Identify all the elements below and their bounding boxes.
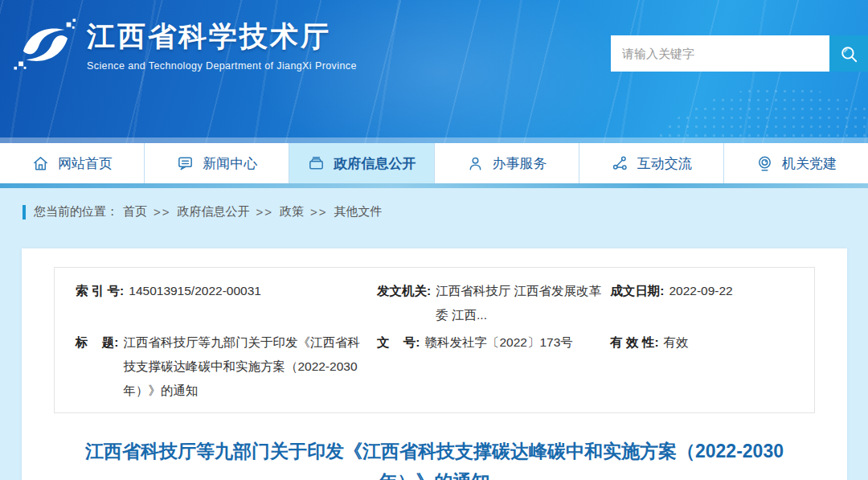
breadcrumb-link-home[interactable]: 首页 [123,204,147,219]
site-title-english: Science and Technology Department of Jia… [87,60,357,72]
nav-item-label: 办事服务 [493,154,547,173]
party-icon [755,154,774,173]
person-icon [466,154,485,173]
doc-field-label: 标 题: [76,330,118,403]
nav-item-party[interactable]: 机关党建 [724,143,868,183]
breadcrumb-prefix: 您当前的位置： [34,204,118,219]
site-header: 江西省科学技术厅 Science and Technology Departme… [0,0,868,143]
nav-item-label: 政府信息公开 [334,154,416,173]
breadcrumb: 您当前的位置： 首页 >> 政府信息公开 >> 政策 >> 其他文件 [23,204,868,219]
doc-field-label: 发文机关: [377,279,431,327]
search-button[interactable] [829,35,868,72]
doc-field-value: 赣科发社字〔2022〕173号 [424,330,572,403]
site-logo-icon [13,14,82,74]
nav-item-label: 网站首页 [58,154,113,173]
content-panel: 索 引 号: 145013915/2022-00031 发文机关: 江西省科技厅… [22,248,847,480]
share-icon [611,154,629,173]
breadcrumb-current: 其他文件 [334,204,383,219]
doc-field-label: 索 引 号: [76,279,124,327]
nav-item-label: 机关党建 [782,154,837,173]
main-nav: 网站首页 新闻中心 政府信息公开 办事服务 互动交流 [0,143,868,183]
news-icon [176,154,194,173]
doc-field-label: 文 号: [377,330,420,403]
doc-field-doc-number: 文 号: 赣科发社字〔2022〕173号 [377,330,610,403]
doc-field-value: 2022-09-22 [669,279,732,327]
site-brand: 江西省科学技术厅 Science and Technology Departme… [13,14,357,74]
doc-field-issuing-agency: 发文机关: 江西省科技厅 江西省发展改革委 江西... [377,279,610,327]
breadcrumb-separator: >> [310,205,328,219]
site-title: 江西省科学技术厅 [87,18,357,55]
breadcrumb-bar-decoration [23,205,26,219]
info-folder-icon [307,154,326,173]
breadcrumb-separator: >> [154,205,171,219]
doc-field-value: 江西省科技厅 江西省发展改革委 江西... [436,279,602,327]
doc-field-value: 有效 [664,330,689,403]
document-info-box: 索 引 号: 145013915/2022-00031 发文机关: 江西省科技厅… [54,267,815,413]
nav-item-home[interactable]: 网站首页 [0,143,145,183]
doc-field-index-number: 索 引 号: 145013915/2022-00031 [76,279,377,327]
breadcrumb-separator: >> [256,205,274,219]
nav-item-services[interactable]: 办事服务 [435,143,579,183]
nav-item-gov-info[interactable]: 政府信息公开 [289,143,434,183]
breadcrumb-link-gov-info[interactable]: 政府信息公开 [178,204,250,219]
doc-field-value: 江西省科技厅等九部门关于印发《江西省科技支撑碳达峰碳中和实施方案（2022-20… [123,330,369,403]
doc-field-issue-date: 成文日期: 2022-09-22 [610,279,793,327]
nav-item-interaction[interactable]: 互动交流 [579,143,724,183]
nav-item-label: 新闻中心 [203,154,257,173]
doc-field-value: 145013915/2022-00031 [129,279,261,327]
search-icon [838,43,859,64]
doc-field-title: 标 题: 江西省科技厅等九部门关于印发《江西省科技支撑碳达峰碳中和实施方案（20… [76,330,377,403]
doc-field-validity: 有 效 性: 有效 [610,330,793,403]
article-title: 江西省科技厅等九部门关于印发《江西省科技支撑碳达峰碳中和实施方案（2022-20… [67,436,802,480]
nav-bottom-strip [0,183,868,188]
nav-item-news[interactable]: 新闻中心 [145,143,289,183]
breadcrumb-link-policy[interactable]: 政策 [280,204,304,219]
header-bottom-sheen [0,137,868,143]
doc-field-label: 成文日期: [610,279,664,327]
search-bar [611,35,868,72]
doc-field-label: 有 效 性: [610,330,658,403]
search-input[interactable] [611,35,829,72]
nav-item-label: 互动交流 [637,154,692,173]
home-icon [31,154,50,173]
